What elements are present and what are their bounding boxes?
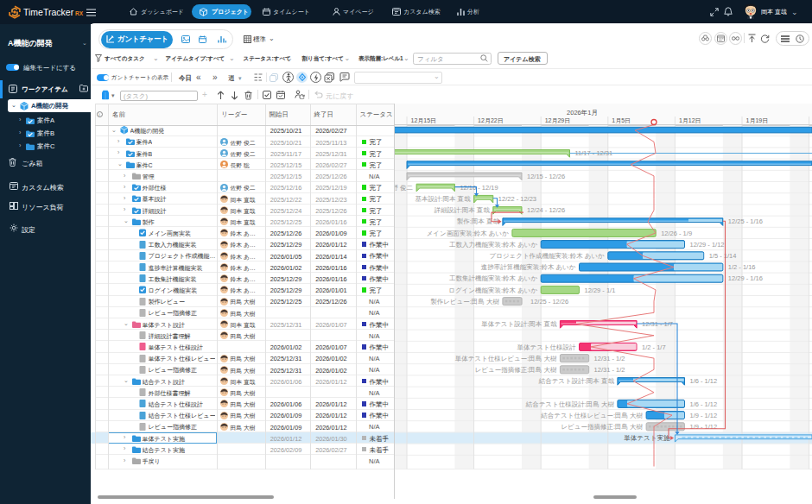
svg-text:12月15日: 12月15日: [411, 117, 437, 124]
svg-text:結合テスト仕様設計:田島 大樹: 結合テスト仕様設計:田島 大樹: [525, 400, 615, 408]
svg-text:12/29 - 1/12: 12/29 - 1/12: [690, 241, 725, 249]
svg-text:レビュー指摘修正:田島 大樹: レビュー指摘修正:田島 大樹: [475, 366, 557, 374]
svg-text:12/29 - 1/1: 12/29 - 1/1: [585, 287, 616, 294]
svg-text:12/26 - 1/9: 12/26 - 1/9: [661, 230, 692, 237]
svg-text:1/9 - 1/12: 1/9 - 1/12: [690, 423, 718, 431]
svg-text:工数入力機能実装:鈴木 あいか: 工数入力機能実装:鈴木 あいか: [449, 241, 538, 249]
svg-text:11/17 - 12/31: 11/17 - 12/31: [575, 149, 613, 157]
svg-text:メイン画面実装:鈴木 あいか: メイン画面実装:鈴木 あいか: [427, 230, 510, 237]
svg-text:12/31 - 1/2: 12/31 - 1/2: [594, 355, 625, 362]
svg-text:1/6 - 1/12: 1/6 - 1/12: [690, 400, 718, 408]
svg-text:工数集計機能実装:鈴木 あいか: 工数集計機能実装:鈴木 あいか: [449, 274, 538, 282]
svg-text:1月5日: 1月5日: [612, 117, 631, 124]
svg-text:プロジェクト作成機能実装:鈴木 あいか: プロジェクト作成機能実装:鈴木 あいか: [490, 252, 606, 260]
svg-text:外部仕様:佐野 俊二: 外部仕様:佐野 俊二: [394, 184, 414, 192]
svg-text:1/2 - 1/7: 1/2 - 1/7: [642, 343, 666, 351]
svg-text:12月29日: 12月29日: [545, 117, 571, 124]
svg-text:結合テスト設計:岡本 直哉: 結合テスト設計:岡本 直哉: [538, 377, 615, 385]
svg-text:基本設計:岡本 直哉: 基本設計:岡本 直哉: [415, 195, 471, 203]
svg-text:12/16 - 12/19: 12/16 - 12/19: [460, 184, 498, 192]
svg-text:12月22日: 12月22日: [478, 117, 504, 124]
svg-text:レビュー指摘修正:田島 大樹: レビュー指摘修正:田島 大樹: [561, 423, 643, 431]
svg-text:ログイン機能実装:鈴木 あいか: ログイン機能実装:鈴木 あいか: [448, 287, 537, 294]
svg-text:12/24 - 12/26: 12/24 - 12/26: [527, 206, 565, 214]
svg-text:1/6 - 1/12: 1/6 - 1/12: [690, 377, 718, 385]
svg-text:2026年1月: 2026年1月: [567, 109, 598, 117]
svg-text:12/31 - 1/7: 12/31 - 1/7: [642, 320, 673, 328]
svg-text:1月12日: 1月12日: [679, 117, 701, 124]
svg-text:12/31 - 1/2: 12/31 - 1/2: [594, 366, 625, 374]
svg-text:1月19日: 1月19日: [746, 117, 769, 124]
svg-text:詳細設計:岡本 直哉: 詳細設計:岡本 直哉: [435, 206, 491, 214]
svg-text:1/2 - 1/16: 1/2 - 1/16: [728, 263, 756, 271]
svg-text:1/9 - 1/12: 1/9 - 1/12: [690, 412, 718, 419]
svg-text:結合テスト仕様レビュー:田島 大樹: 結合テスト仕様レビュー:田島 大樹: [540, 412, 643, 419]
svg-text:製作レビュー:田島 大樹: 製作レビュー:田島 大樹: [430, 298, 499, 306]
svg-text:進捗率計算機能実装:鈴木 あいか: 進捗率計算機能実装:鈴木 あいか: [481, 263, 576, 271]
svg-text:単体テスト設計:岡本 直哉: 単体テスト設計:岡本 直哉: [481, 320, 557, 328]
svg-text:単体テスト仕様設計: 単体テスト仕様設計: [517, 343, 576, 351]
svg-text:12/29 - 1/16: 12/29 - 1/16: [728, 274, 763, 282]
svg-text:1/5 - 1/14: 1/5 - 1/14: [709, 252, 737, 260]
svg-text:単体テスト仕様レビュー:田島 大樹: 単体テスト仕様レビュー:田島 大樹: [455, 355, 557, 362]
svg-text:単体テスト実施: 単体テスト実施: [624, 434, 670, 442]
svg-text:12/15 - 12/26: 12/15 - 12/26: [527, 173, 565, 180]
svg-text:12/25 - 12/26: 12/25 - 12/26: [530, 298, 568, 306]
svg-text:12/25 - 1/16: 12/25 - 1/16: [728, 217, 763, 225]
svg-text:12/22 - 12/23: 12/22 - 12/23: [498, 195, 536, 203]
